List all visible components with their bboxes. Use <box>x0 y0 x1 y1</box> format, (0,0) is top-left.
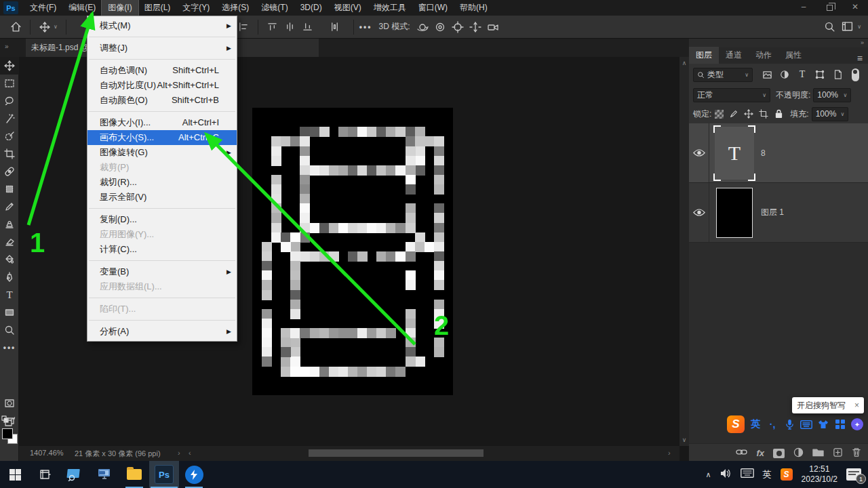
ime-lang-indicator[interactable]: 英 <box>763 468 772 481</box>
delete-icon[interactable] <box>852 447 861 460</box>
layer-name[interactable]: 8 <box>761 148 766 158</box>
zoom-level[interactable]: 1407.46% <box>30 449 64 457</box>
sogou-popup[interactable]: 开启搜狗智写 × <box>792 397 864 413</box>
camera-3d-icon[interactable] <box>484 18 502 36</box>
shape-filter-icon[interactable] <box>811 70 829 79</box>
smart-object-filter-icon[interactable] <box>829 70 846 79</box>
adjustment-filter-icon[interactable] <box>776 70 793 79</box>
align-bottom-icon[interactable] <box>299 18 317 36</box>
scroll-up-icon[interactable]: ∧ <box>679 60 689 66</box>
menu-image[interactable]: 图像(I) <box>102 0 138 16</box>
lock-move-icon[interactable] <box>741 109 756 119</box>
menu-item-duplicate[interactable]: 复制(D)... <box>87 212 237 227</box>
document-canvas[interactable] <box>252 108 453 395</box>
close-icon[interactable]: × <box>854 401 859 410</box>
menu-type[interactable]: 文字(Y) <box>176 0 216 16</box>
smartwrite-icon[interactable]: ✦ <box>851 418 863 430</box>
move-tool[interactable] <box>0 57 19 75</box>
lock-all-icon[interactable] <box>771 109 786 119</box>
restore-button[interactable] <box>816 0 842 15</box>
distribute-icon[interactable] <box>326 18 344 36</box>
bolt-app-button[interactable] <box>179 461 209 488</box>
eraser-tool[interactable] <box>0 233 19 251</box>
minimize-button[interactable]: – <box>791 0 816 15</box>
zoom-tool[interactable] <box>0 321 19 339</box>
adjustment-icon[interactable] <box>793 447 804 460</box>
menu-3d[interactable]: 3D(D) <box>294 0 328 16</box>
menu-item-auto-contrast[interactable]: 自动对比度(U)Alt+Shift+Ctrl+L <box>87 78 237 93</box>
visibility-eye-icon[interactable] <box>689 183 709 242</box>
pencil-tool[interactable] <box>0 198 19 216</box>
touch-keyboard-icon[interactable] <box>741 468 754 481</box>
pixel-layer-thumbnail[interactable] <box>716 188 753 238</box>
volume-icon[interactable] <box>720 468 732 481</box>
mask-icon[interactable] <box>773 449 785 458</box>
align-center-icon[interactable] <box>281 18 299 36</box>
blend-mode-dropdown[interactable]: 正常∨ <box>693 88 770 102</box>
paint-bucket-tool[interactable] <box>0 251 19 268</box>
more-dots-icon[interactable]: ••• <box>359 22 372 32</box>
selection-brush-tool[interactable] <box>0 127 19 145</box>
scroll-down-icon[interactable]: ∨ <box>679 436 689 443</box>
text-layer-thumbnail[interactable]: T <box>715 127 754 180</box>
shape-tool[interactable] <box>0 304 19 321</box>
notification-icon[interactable]: 1 <box>846 468 861 481</box>
panel-menu-icon[interactable]: ≡ <box>852 53 868 64</box>
menu-plugins[interactable]: 增效工具 <box>368 0 412 16</box>
clone-stamp-tool[interactable] <box>0 216 19 233</box>
menu-item-auto-tone[interactable]: 自动色调(N)Shift+Ctrl+L <box>87 63 237 78</box>
start-button[interactable] <box>0 461 30 488</box>
menu-view[interactable]: 视图(V) <box>328 0 368 16</box>
punctuation-icon[interactable]: ·, <box>766 419 778 430</box>
lasso-tool[interactable] <box>0 92 19 110</box>
menu-item-canvas-size[interactable]: 画布大小(S)...Alt+Ctrl+C <box>87 130 237 145</box>
type-filter-icon[interactable]: T <box>793 69 811 80</box>
keyboard-icon[interactable] <box>800 420 812 429</box>
search-icon[interactable] <box>821 18 838 36</box>
menu-item-analysis[interactable]: 分析(A)▶ <box>87 324 237 339</box>
foreground-color-swatch[interactable] <box>2 428 13 439</box>
healing-tool[interactable] <box>0 163 19 180</box>
layer-row-text-8[interactable]: T 8 <box>689 123 868 183</box>
search-button[interactable] <box>60 461 90 488</box>
horizontal-scrollbar-thumb[interactable] <box>309 449 484 457</box>
menu-help[interactable]: 帮助(H) <box>454 0 494 16</box>
scroll-left-icon[interactable]: ‹ <box>189 449 191 457</box>
panel-collapse-icon[interactable]: » <box>861 39 863 46</box>
close-button[interactable]: ✕ <box>842 0 868 15</box>
mic-icon[interactable] <box>783 419 795 430</box>
vertical-scrollbar[interactable]: ∧ ∨ <box>679 57 689 446</box>
frame-tool[interactable] <box>0 180 19 198</box>
type-tool[interactable]: T <box>0 286 19 304</box>
slide-3d-icon[interactable] <box>467 18 484 36</box>
sogou-tray-icon[interactable]: S <box>781 468 793 481</box>
fx-icon[interactable]: fx <box>756 448 764 458</box>
marquee-tool[interactable] <box>0 75 19 92</box>
tab-overflow-icon[interactable]: » <box>5 43 7 50</box>
menu-item-mode[interactable]: 模式(M)▶ <box>87 18 237 33</box>
menu-filter[interactable]: 滤镜(T) <box>255 0 294 16</box>
workspace-icon[interactable] <box>838 18 856 36</box>
tab-channels[interactable]: 通道 <box>719 47 749 64</box>
group-icon[interactable] <box>812 447 824 459</box>
tab-properties[interactable]: 属性 <box>778 47 808 64</box>
skin-icon[interactable] <box>817 420 829 429</box>
menu-item-auto-color[interactable]: 自动颜色(O)Shift+Ctrl+B <box>87 93 237 108</box>
layer-row-layer1[interactable]: 图层 1 <box>689 183 868 243</box>
move-tool-icon[interactable] <box>36 18 54 36</box>
task-view-button[interactable] <box>30 461 60 488</box>
tab-layers[interactable]: 图层 <box>689 47 719 64</box>
hidden-icons-chevron[interactable]: ∧ <box>706 470 711 479</box>
toolbox-icon[interactable] <box>834 420 846 429</box>
remote-desktop-button[interactable] <box>90 461 119 488</box>
status-expand-icon[interactable]: › <box>178 449 180 457</box>
roll-3d-icon[interactable] <box>431 18 449 36</box>
menu-item-trim[interactable]: 裁切(R)... <box>87 175 237 190</box>
menu-item-adjustments[interactable]: 调整(J)▶ <box>87 41 237 56</box>
drag-3d-icon[interactable] <box>449 18 467 36</box>
lock-paint-icon[interactable] <box>726 109 741 119</box>
tab-actions[interactable]: 动作 <box>749 47 778 64</box>
crop-tool[interactable] <box>0 145 19 163</box>
pixel-layer-filter-icon[interactable] <box>758 70 776 80</box>
taskbar-clock[interactable]: 12:51 2023/10/2 <box>802 464 837 485</box>
